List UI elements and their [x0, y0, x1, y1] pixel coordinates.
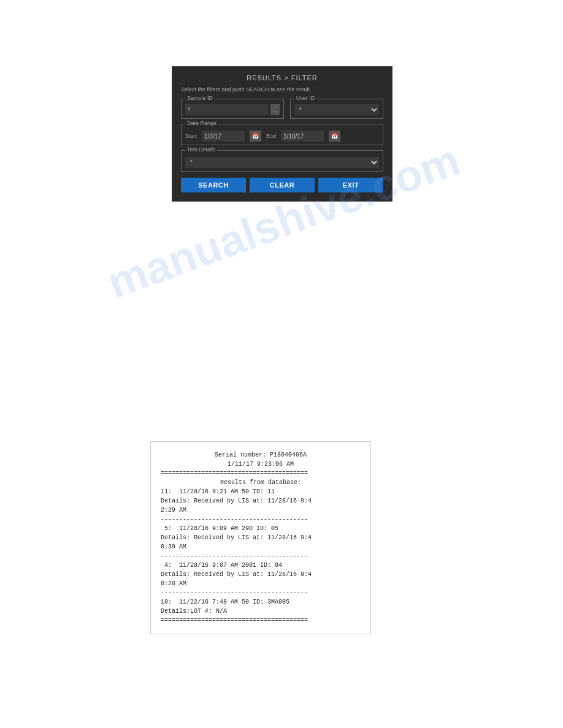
filter-panel: RESULTS > FILTER Select the filters and …: [172, 66, 393, 202]
end-label: End: [266, 133, 276, 139]
start-calendar-button[interactable]: 📅: [250, 131, 261, 142]
report-entry4-line1: 10: 11/22/16 7:48 AM 50 ID: 3MA005: [161, 597, 361, 607]
start-label: Start: [185, 133, 197, 139]
report-entry2-line1: 5: 11/28/16 9:09 AM 29D ID: 05: [161, 524, 361, 533]
report-entry3-line1: 4: 11/28/16 9:07 AM 2001 ID: 04: [161, 561, 361, 570]
test-details-select[interactable]: *: [185, 157, 379, 168]
filter-subtitle: Select the filters and push SEARCH to se…: [181, 86, 383, 93]
sample-id-group: Sample ID ...: [181, 99, 284, 119]
start-date-input[interactable]: [202, 131, 245, 142]
test-details-label: Test Details: [185, 146, 218, 153]
report-sep2: ----------------------------------------: [161, 552, 361, 561]
user-id-label: User ID: [294, 95, 317, 101]
report-entry3-line2: Details: Received by LIS at: 11/28/16 9:…: [161, 570, 361, 579]
report-entry4-line2: Details:LOT #: N/A: [161, 607, 361, 616]
report-panel: Serial number: P18040406A 1/11/17 9:23:0…: [150, 441, 371, 634]
report-sep1: ----------------------------------------: [161, 515, 361, 524]
exit-button[interactable]: EXIT: [318, 178, 383, 192]
date-range-group: Date Range Start 📅 End 📅: [181, 124, 383, 145]
report-entry1-line2: Details: Received by LIS at: 11/28/16 9:…: [161, 496, 361, 506]
sample-id-inner: ...: [185, 104, 280, 115]
report-divider2: ========================================: [161, 616, 361, 625]
sample-user-row: Sample ID ... User ID *: [181, 99, 383, 119]
user-id-select[interactable]: *: [294, 104, 379, 115]
sample-id-label: Sample ID: [185, 95, 215, 101]
date-range-label: Date Range: [185, 120, 218, 126]
sample-id-browse-button[interactable]: ...: [270, 104, 280, 115]
sample-id-input[interactable]: [185, 104, 268, 115]
report-entry1-line1: 11: 11/28/16 9:21 AM 50 ID: 11: [161, 487, 361, 496]
report-divider1: ========================================: [161, 469, 361, 478]
report-datetime: 1/11/17 9:23:06 AM: [161, 460, 361, 469]
action-row: SEARCH CLEAR EXIT: [181, 178, 383, 192]
search-button[interactable]: SEARCH: [181, 178, 246, 192]
report-entry1-line3: 2:29 AM: [161, 506, 361, 515]
report-entry3-line3: 0:20 AM: [161, 579, 361, 588]
user-id-group: User ID *: [290, 99, 383, 119]
report-db-header: Results from database:: [161, 478, 361, 487]
end-date-input[interactable]: [281, 131, 324, 142]
filter-title: RESULTS > FILTER: [181, 74, 383, 82]
test-details-group: Test Details *: [181, 150, 383, 172]
end-calendar-button[interactable]: 📅: [329, 131, 340, 142]
report-entry2-line2: Details: Received by LIS at: 11/28/16 9:…: [161, 533, 361, 542]
user-id-inner: *: [294, 104, 379, 115]
report-entry2-line3: 0:39 AM: [161, 542, 361, 552]
clear-button[interactable]: CLEAR: [250, 178, 315, 192]
date-row: Start 📅 End 📅: [185, 131, 379, 142]
report-sep3: ----------------------------------------: [161, 588, 361, 597]
report-serial: Serial number: P18040406A: [161, 450, 361, 460]
